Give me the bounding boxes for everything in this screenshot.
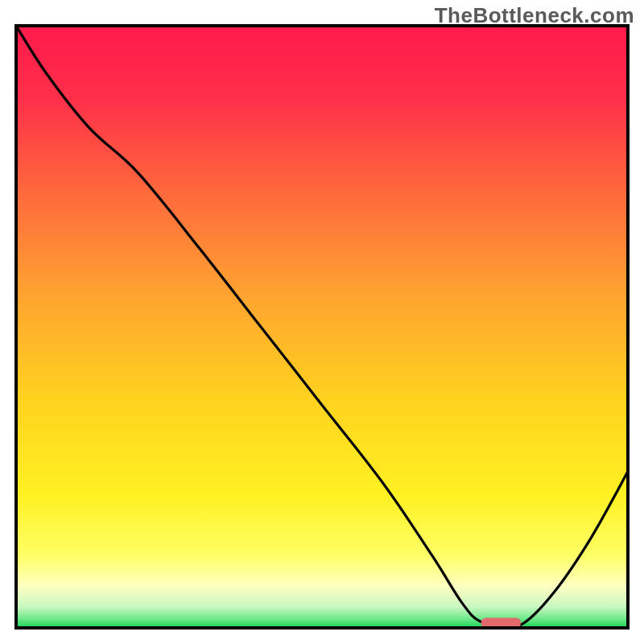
chart-stage: TheBottleneck.com — [0, 0, 644, 644]
watermark-text: TheBottleneck.com — [435, 3, 634, 28]
gradient-background — [16, 26, 628, 628]
bottleneck-chart — [14, 24, 630, 630]
